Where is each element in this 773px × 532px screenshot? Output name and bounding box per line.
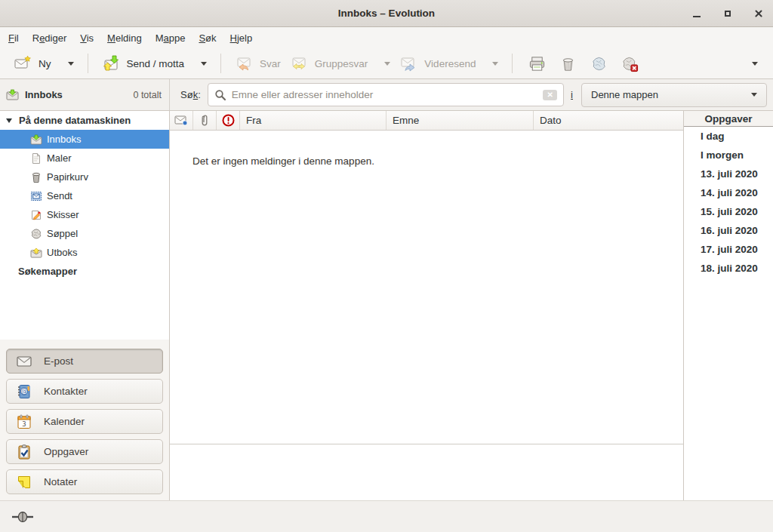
sent-icon	[30, 190, 42, 202]
task-group-tomorrow[interactable]: I morgen	[684, 146, 773, 165]
expander-icon[interactable]	[6, 118, 12, 123]
wastebasket-icon	[30, 171, 42, 183]
search-icon	[214, 89, 226, 101]
inbox-icon	[30, 134, 42, 145]
menu-mappe[interactable]: Mappe	[149, 29, 192, 48]
main-content: På denne datamaskinen Innboks	[0, 111, 773, 500]
junk-button[interactable]	[584, 52, 614, 75]
folder-message-count: 0 totalt	[133, 90, 162, 100]
contacts-icon: @	[16, 383, 32, 400]
search-row: Innboks 0 totalt Søk: ✕ i Denne mappen	[0, 79, 773, 111]
menu-rediger[interactable]: Rediger	[26, 29, 74, 48]
menu-hjelp[interactable]: Hjelp	[223, 29, 260, 48]
current-folder-name: Innboks	[25, 89, 63, 100]
group-reply-dropdown-arrow[interactable]	[384, 62, 390, 66]
column-priority[interactable]	[217, 111, 240, 130]
toolbar-separator	[88, 54, 88, 73]
mail-view: Fra Emne Dato Det er ingen meldinger i d…	[170, 111, 773, 500]
calendar-icon: 3	[16, 414, 32, 430]
folder-skisser[interactable]: Skisser	[0, 205, 169, 224]
evolution-window: Innboks – Evolution Fil Rediger Vis Meld…	[0, 0, 773, 532]
column-attachment[interactable]	[193, 111, 217, 130]
task-group-date[interactable]: 16. juli 2020	[684, 221, 773, 240]
window-controls	[691, 0, 764, 26]
task-group-date[interactable]: 17. juli 2020	[684, 240, 773, 259]
send-receive-button[interactable]: Send / motta	[97, 52, 212, 75]
search-entry: ✕	[208, 83, 564, 106]
view-switcher: E-post @ Kontakter	[0, 340, 169, 500]
search-scope-label: i	[571, 89, 573, 100]
menu-vis[interactable]: Vis	[73, 29, 100, 48]
delete-icon	[559, 55, 577, 72]
maximize-button[interactable]	[722, 8, 733, 19]
scope-combo-arrow	[751, 93, 757, 97]
task-group-date[interactable]: 18. juli 2020	[684, 259, 773, 278]
toolbar-separator	[512, 54, 513, 73]
column-fra[interactable]: Fra	[240, 111, 386, 130]
clear-search-icon[interactable]: ✕	[543, 90, 557, 100]
read-status-icon	[174, 115, 188, 126]
menubar: Fil Rediger Vis Melding Mappe Søk Hjelp	[0, 27, 773, 48]
folder-utboks[interactable]: Utboks	[0, 243, 169, 262]
junk-icon	[590, 55, 608, 72]
attachment-icon	[200, 114, 209, 127]
switcher-memos-button[interactable]: Notater	[6, 469, 163, 494]
minimize-button[interactable]	[691, 8, 702, 19]
switcher-contacts-button[interactable]: @ Kontakter	[6, 379, 163, 404]
folder-innboks[interactable]: Innboks	[0, 130, 169, 149]
status-bar	[0, 500, 773, 532]
task-group-date[interactable]: 13. juli 2020	[684, 165, 773, 183]
inbox-icon	[6, 89, 19, 100]
group-sokemapper[interactable]: Søkemapper	[0, 262, 169, 281]
task-group-date[interactable]: 15. juli 2020	[684, 202, 773, 221]
window-title: Innboks – Evolution	[338, 8, 435, 19]
current-folder-info: Innboks 0 totalt	[0, 79, 170, 110]
tasks-panel: Oppgaver I dag I morgen 13. juli 2020 14…	[684, 111, 773, 500]
toolbar-separator	[220, 54, 221, 73]
column-dato[interactable]: Dato	[534, 111, 683, 130]
close-button[interactable]	[753, 8, 764, 19]
menu-sok[interactable]: Søk	[192, 29, 223, 48]
not-junk-button[interactable]	[614, 52, 645, 75]
search-scope-combo[interactable]: Denne mappen	[581, 83, 767, 107]
outbox-icon	[30, 248, 42, 258]
account-group-on-this-computer[interactable]: På denne datamaskinen	[0, 111, 169, 130]
message-list-pane: Fra Emne Dato Det er ingen meldinger i d…	[170, 111, 684, 500]
send-receive-dropdown-arrow[interactable]	[201, 62, 207, 66]
svg-text:@: @	[21, 388, 27, 395]
toolbar: Ny Send / motta	[0, 48, 773, 79]
titlebar: Innboks – Evolution	[0, 0, 773, 27]
folder-soppel[interactable]: Søppel	[0, 224, 169, 243]
forward-button[interactable]: Videresend	[395, 52, 503, 75]
new-message-button[interactable]: Ny	[9, 52, 79, 75]
new-dropdown-arrow[interactable]	[68, 62, 74, 66]
message-list-body[interactable]: Det er ingen meldinger i denne mappen.	[170, 131, 683, 444]
tasks-panel-title[interactable]: Oppgaver	[684, 111, 773, 127]
not-junk-icon	[621, 55, 639, 72]
task-group-today[interactable]: I dag	[684, 127, 773, 146]
folder-papirkurv[interactable]: Papirkurv	[0, 168, 169, 186]
delete-button[interactable]	[553, 52, 584, 75]
column-read-status[interactable]	[170, 111, 193, 130]
menu-melding[interactable]: Melding	[100, 29, 149, 48]
junk-folder-icon	[30, 228, 42, 240]
online-status-plug-icon[interactable]	[11, 511, 34, 523]
print-button[interactable]	[522, 52, 553, 75]
search-input[interactable]	[232, 89, 537, 100]
drafts-icon	[30, 209, 42, 221]
folder-maler[interactable]: Maler	[0, 149, 169, 168]
group-reply-button[interactable]: Gruppesvar	[285, 52, 396, 75]
task-group-date[interactable]: 14. juli 2020	[684, 183, 773, 202]
switcher-mail-button[interactable]: E-post	[6, 349, 163, 374]
switcher-calendar-button[interactable]: 3 Kalender	[6, 409, 163, 434]
switcher-tasks-button[interactable]: Oppgaver	[6, 439, 163, 464]
forward-icon	[399, 54, 417, 72]
column-emne[interactable]: Emne	[386, 111, 534, 130]
preview-pane[interactable]	[170, 444, 683, 500]
group-reply-icon	[290, 54, 308, 72]
reply-button[interactable]: Svar	[230, 52, 285, 75]
folder-sendt[interactable]: Sendt	[0, 186, 169, 205]
menu-fil[interactable]: Fil	[2, 29, 26, 48]
forward-dropdown-arrow[interactable]	[492, 62, 498, 66]
toolbar-overflow-arrow[interactable]	[752, 62, 758, 66]
